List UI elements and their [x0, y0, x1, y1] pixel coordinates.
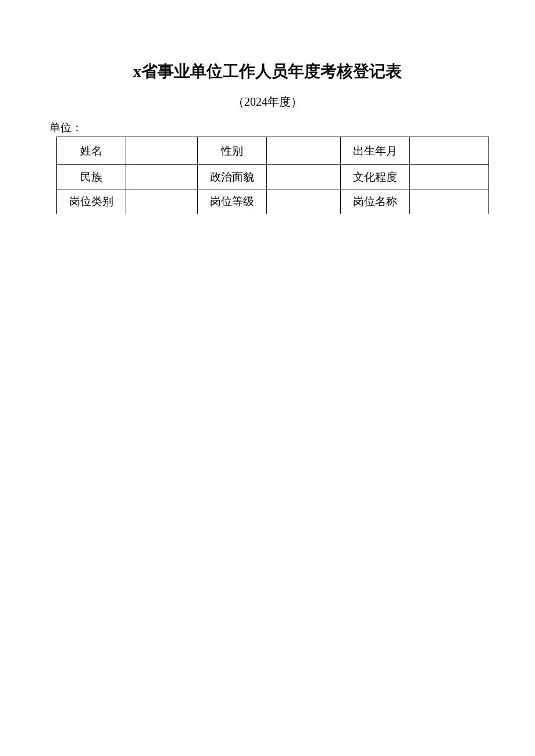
education-value	[409, 165, 488, 189]
post-name-label: 岗位名称	[340, 189, 409, 214]
form-table: 姓名 性别 出生年月 民族 政治面貌 文化程度 岗位类别 岗位等级 岗位名称	[56, 137, 489, 214]
post-category-label: 岗位类别	[57, 189, 126, 214]
document-title: x省事业单位工作人员年度考核登记表	[49, 60, 486, 83]
gender-label: 性别	[197, 137, 266, 165]
post-category-value	[126, 189, 197, 214]
birth-value	[409, 137, 488, 165]
education-label: 文化程度	[340, 165, 409, 189]
political-label: 政治面貌	[197, 165, 266, 189]
ethnicity-value	[126, 165, 197, 189]
unit-label-line: 单位：	[49, 120, 486, 135]
post-name-value	[409, 189, 488, 214]
name-label: 姓名	[57, 137, 126, 165]
gender-value	[266, 137, 340, 165]
political-value	[266, 165, 340, 189]
document-page: x省事业单位工作人员年度考核登记表 （2024年度） 单位： 姓名 性别 出生年…	[0, 0, 535, 214]
post-level-value	[266, 189, 340, 214]
table-row: 姓名 性别 出生年月	[57, 137, 489, 165]
unit-label: 单位：	[49, 121, 83, 134]
table-row: 民族 政治面貌 文化程度	[57, 165, 489, 189]
birth-label: 出生年月	[340, 137, 409, 165]
post-level-label: 岗位等级	[197, 189, 266, 214]
ethnicity-label: 民族	[57, 165, 126, 189]
name-value	[126, 137, 197, 165]
document-subtitle: （2024年度）	[49, 94, 486, 110]
table-row: 岗位类别 岗位等级 岗位名称	[57, 189, 489, 214]
